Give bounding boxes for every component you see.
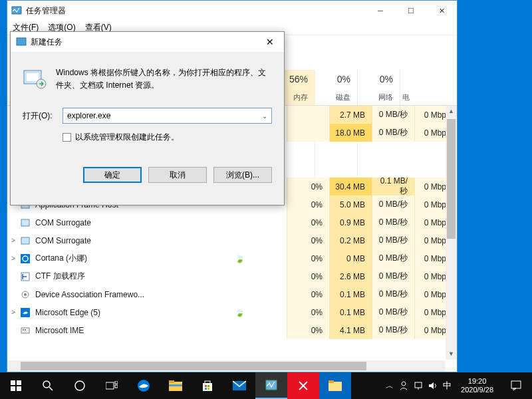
cell-cpu — [287, 106, 329, 124]
taskbar: ︿ 中 19:20 2020/9/28 — [0, 372, 532, 399]
leaf-icon: 🍃 — [235, 254, 244, 263]
table-row[interactable]: >Cortana (小娜)🍃0%0 MB0 MB/秒0 Mbps — [7, 249, 457, 267]
open-combobox[interactable]: explorer.exe ⌄ — [63, 108, 272, 124]
svg-point-43 — [402, 382, 406, 386]
taskbar-explorer[interactable] — [160, 372, 192, 399]
open-value: explorer.exe — [67, 111, 110, 120]
cell-disk: 0 MB/秒 — [372, 321, 414, 339]
svg-rect-24 — [106, 382, 114, 389]
dialog-description: Windows 将根据你所键入的名称，为你打开相应的程序、文件夹、文档或 Int… — [56, 66, 272, 92]
cell-cpu: 0% — [287, 178, 329, 196]
expand-icon[interactable]: > — [7, 255, 19, 262]
vertical-scrollbar[interactable]: ▲▼ — [446, 106, 457, 360]
svg-rect-13 — [17, 38, 26, 45]
col-disk[interactable]: 0%磁盘 — [315, 70, 357, 105]
task-view-button[interactable] — [96, 372, 128, 399]
expand-icon[interactable]: > — [7, 309, 19, 316]
minimize-button[interactable]: ─ — [365, 1, 396, 21]
process-name: COM Surrogate — [35, 236, 235, 245]
cell-disk: 0 MB/秒 — [372, 231, 414, 249]
table-row[interactable]: COM Surrogate0%0.9 MB0 MB/秒0 Mbps — [7, 213, 457, 231]
svg-rect-42 — [329, 380, 334, 383]
svg-rect-2 — [21, 219, 29, 226]
close-button[interactable]: ✕ — [426, 1, 457, 21]
process-icon — [19, 325, 31, 336]
table-row[interactable]: Microsoft IME0%4.1 MB0 MB/秒0 Mbps — [7, 321, 457, 339]
process-icon — [19, 289, 31, 300]
taskbar-edge[interactable] — [128, 372, 160, 399]
cell-disk: 0 MB/秒 — [372, 267, 414, 285]
svg-point-23 — [75, 381, 84, 390]
cell-cpu: 0% — [287, 303, 329, 321]
table-row[interactable]: >Microsoft Edge (5)🍃0%0.1 MB0 MB/秒0 Mbps — [7, 303, 457, 321]
cell-disk: 0 MB/秒 — [372, 106, 414, 124]
maximize-button[interactable]: ☐ — [396, 1, 426, 21]
dialog-close-button[interactable]: ✕ — [256, 32, 284, 52]
admin-checkbox[interactable] — [63, 133, 71, 142]
svg-rect-17 — [11, 380, 15, 385]
tray-volume-icon[interactable] — [428, 381, 438, 390]
process-name: Cortana (小娜) — [35, 253, 235, 264]
system-tray: ︿ 中 19:20 2020/9/28 — [386, 372, 532, 399]
tray-people-icon[interactable] — [399, 381, 408, 390]
cell-cpu — [287, 124, 329, 142]
cortana-button[interactable] — [64, 372, 96, 399]
process-name: CTF 加载程序 — [35, 271, 235, 282]
cell-memory: 0.1 MB — [329, 285, 372, 303]
svg-rect-34 — [207, 385, 209, 387]
process-name: Device Association Framewo... — [35, 290, 235, 299]
process-icon — [19, 235, 31, 246]
cell-cpu: 0% — [287, 196, 329, 213]
tray-network-icon[interactable] — [414, 381, 423, 390]
svg-rect-47 — [511, 381, 521, 388]
cell-memory: 0.1 MB — [329, 303, 372, 321]
svg-rect-41 — [329, 382, 342, 391]
cell-cpu: 0% — [287, 267, 329, 285]
taskbar-store[interactable] — [192, 372, 223, 399]
taskbar-taskmgr[interactable] — [255, 372, 287, 399]
cell-disk: 0 MB/秒 — [372, 196, 414, 213]
admin-label: 以系统管理权限创建此任务。 — [75, 132, 179, 143]
svg-rect-15 — [27, 73, 39, 81]
window-title: 任务管理器 — [26, 5, 365, 17]
cell-disk: 0.1 MB/秒 — [372, 178, 414, 196]
cell-memory: 0.2 MB — [329, 231, 372, 249]
table-row[interactable]: CTF 加载程序0%2.6 MB0 MB/秒0 Mbps — [7, 267, 457, 285]
open-label: 打开(O): — [23, 110, 57, 122]
dialog-icon — [16, 37, 27, 47]
tray-clock[interactable]: 19:20 2020/9/28 — [457, 377, 497, 394]
start-button[interactable] — [0, 372, 32, 399]
cell-memory: 30.4 MB — [329, 178, 372, 196]
taskbar-mail[interactable] — [223, 372, 255, 399]
svg-rect-18 — [17, 380, 21, 385]
tray-chevron-up-icon[interactable]: ︿ — [386, 380, 394, 392]
table-row[interactable]: Device Association Framewo...0%0.1 MB0 M… — [7, 285, 457, 303]
ok-button[interactable]: 确定 — [83, 167, 142, 183]
horizontal-scrollbar[interactable] — [7, 360, 446, 372]
tray-notifications[interactable] — [503, 372, 529, 399]
tray-ime[interactable]: 中 — [443, 380, 452, 392]
browse-button[interactable]: 浏览(B)... — [213, 167, 272, 183]
expand-icon[interactable]: > — [7, 237, 19, 244]
svg-point-8 — [24, 293, 27, 296]
col-network[interactable]: 0%网络 — [357, 70, 400, 105]
taskmgr-icon — [11, 5, 22, 16]
cell-cpu: 0% — [287, 231, 329, 249]
table-row[interactable]: >COM Surrogate0%0.2 MB0 MB/秒0 Mbps — [7, 231, 457, 249]
search-button[interactable] — [32, 372, 64, 399]
svg-rect-35 — [205, 388, 207, 390]
dialog-title: 新建任务 — [31, 37, 256, 48]
process-icon — [19, 271, 31, 282]
dialog-titlebar: 新建任务 ✕ — [11, 32, 284, 52]
svg-rect-26 — [115, 385, 118, 388]
svg-rect-33 — [205, 385, 207, 387]
cell-memory: 0 MB — [329, 249, 372, 267]
svg-rect-3 — [21, 237, 29, 244]
process-icon — [19, 307, 31, 318]
taskbar-explorer-active[interactable] — [319, 372, 351, 399]
cell-memory: 2.6 MB — [329, 267, 372, 285]
taskbar-close-app[interactable] — [287, 372, 319, 399]
svg-rect-29 — [169, 380, 174, 383]
cell-cpu: 0% — [287, 213, 329, 231]
cancel-button[interactable]: 取消 — [148, 167, 207, 183]
